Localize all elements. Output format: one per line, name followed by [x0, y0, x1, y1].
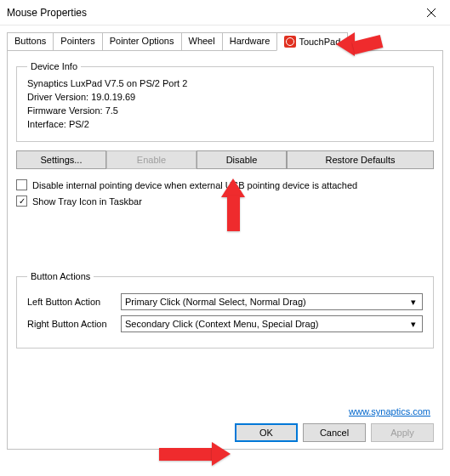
tab-wheel[interactable]: Wheel — [181, 32, 223, 50]
interface: Interface: PS/2 — [27, 117, 423, 131]
checkbox-show-tray-row[interactable]: Show Tray Icon in Taskbar — [16, 196, 434, 207]
driver-version: Driver Version: 19.0.19.69 — [27, 90, 423, 104]
left-button-select[interactable]: Primary Click (Normal Select, Normal Dra… — [121, 293, 423, 310]
dropdown-arrow-icon: ▾ — [407, 297, 420, 308]
tab-pointers[interactable]: Pointers — [53, 32, 102, 50]
action-button-row: Settings... Enable Disable Restore Defau… — [16, 150, 434, 169]
title-bar: Mouse Properties — [0, 0, 450, 26]
close-button[interactable] — [413, 0, 450, 26]
link-row: www.synaptics.com — [349, 406, 430, 416]
synaptics-link[interactable]: www.synaptics.com — [349, 406, 430, 416]
checkbox-disable-internal-row[interactable]: Disable internal pointing device when ex… — [16, 179, 434, 190]
checkbox-show-tray[interactable] — [16, 196, 27, 207]
right-button-row: Right Button Action Secondary Click (Con… — [27, 315, 423, 332]
left-button-value: Primary Click (Normal Select, Normal Dra… — [125, 297, 306, 307]
device-info-legend: Device Info — [27, 61, 81, 71]
button-actions-legend: Button Actions — [27, 271, 94, 281]
button-actions-group: Button Actions Left Button Action Primar… — [16, 271, 434, 348]
device-info-group: Device Info Synaptics LuxPad V7.5 on PS/… — [16, 61, 434, 142]
device-name: Synaptics LuxPad V7.5 on PS/2 Port 2 — [27, 76, 423, 90]
checkbox-disable-internal[interactable] — [16, 179, 27, 190]
tab-hardware[interactable]: Hardware — [222, 32, 278, 50]
tab-bar: Buttons Pointers Pointer Options Wheel H… — [7, 32, 443, 50]
tab-touchpad[interactable]: TouchPad — [276, 32, 348, 51]
close-icon — [427, 8, 436, 17]
disable-button[interactable]: Disable — [197, 150, 287, 169]
dropdown-arrow-icon: ▾ — [407, 319, 420, 330]
settings-button[interactable]: Settings... — [16, 150, 106, 169]
synaptics-icon — [284, 36, 296, 48]
dialog-button-row: OK Cancel Apply — [235, 423, 434, 442]
tab-pointer-options[interactable]: Pointer Options — [102, 32, 182, 50]
checkbox-disable-internal-label: Disable internal pointing device when ex… — [32, 180, 357, 190]
apply-button: Apply — [371, 423, 434, 442]
checkbox-show-tray-label: Show Tray Icon in Taskbar — [32, 196, 142, 207]
tab-panel: Device Info Synaptics LuxPad V7.5 on PS/… — [7, 50, 443, 450]
restore-defaults-button[interactable]: Restore Defaults — [287, 150, 434, 169]
right-button-value: Secondary Click (Context Menu, Special D… — [125, 319, 318, 329]
ok-button[interactable]: OK — [235, 423, 298, 442]
tab-touchpad-label: TouchPad — [299, 37, 340, 47]
enable-button: Enable — [106, 150, 197, 169]
right-button-select[interactable]: Secondary Click (Context Menu, Special D… — [121, 315, 423, 332]
tab-buttons[interactable]: Buttons — [7, 32, 54, 50]
right-button-label: Right Button Action — [27, 319, 121, 329]
cancel-button[interactable]: Cancel — [303, 423, 366, 442]
window-title: Mouse Properties — [7, 7, 87, 19]
spacer — [16, 212, 434, 271]
left-button-row: Left Button Action Primary Click (Normal… — [27, 293, 423, 310]
firmware-version: Firmware Version: 7.5 — [27, 104, 423, 117]
left-button-label: Left Button Action — [27, 297, 121, 307]
